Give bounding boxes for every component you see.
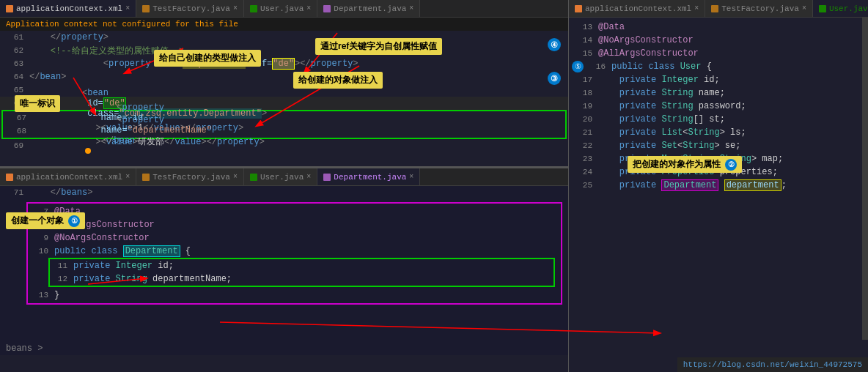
line-num: 68	[6, 127, 26, 135]
line-num: 61	[3, 33, 23, 42]
tab-label: TestFactory.java	[152, 173, 230, 182]
line-num: 19	[572, 102, 592, 111]
tab-xml-left[interactable]: applicationContext.xml ×	[0, 0, 136, 17]
line-num: 71	[3, 188, 23, 197]
website-url[interactable]: https://blog.csdn.net/weixin_44972575	[683, 360, 862, 369]
r-line-20: 20 private String[] st;	[569, 113, 868, 126]
line-num: 25	[572, 181, 592, 190]
tab-label: applicationContext.xml	[16, 4, 122, 13]
line-num: 67	[6, 114, 26, 122]
line-num: 20	[572, 115, 592, 124]
line-num: 65	[3, 86, 23, 94]
java-file-icon2	[250, 5, 257, 12]
r-line-14: 14 @NoArgsConstructor	[569, 34, 868, 47]
callout-as-property: 把创建的对象作为属性 ②	[628, 156, 742, 173]
close-icon[interactable]: ×	[306, 173, 311, 181]
xml-icon-b	[6, 174, 13, 181]
line-content: </property>	[29, 32, 108, 42]
line-num: 17	[572, 75, 592, 84]
left-bottom-panel: applicationContext.xml × TestFactory.jav…	[0, 168, 568, 355]
right-scrollbar[interactable]	[862, 18, 868, 340]
java-file-icon	[142, 5, 150, 12]
badge-1: ①	[68, 215, 80, 227]
line-num: 14	[572, 36, 592, 45]
dept-line-8: 8 @AllArgsConstructor	[31, 218, 558, 231]
dept-line-13: 13 }	[31, 289, 558, 302]
tab-dept-left[interactable]: Department.java ×	[317, 0, 420, 17]
line-num: 69	[3, 141, 23, 150]
close-icon[interactable]: ×	[233, 173, 238, 181]
tab-java2-left[interactable]: User.java ×	[244, 0, 317, 17]
r-line-16: ⑤ 16 public class User {	[569, 60, 868, 73]
line-num: 18	[572, 89, 592, 97]
tab-close-icon[interactable]: ×	[125, 4, 130, 12]
line-num: 16	[585, 62, 606, 71]
r-line-22: 22 private Set<String> se;	[569, 139, 868, 152]
tab-user-right[interactable]: User.java ×	[813, 0, 868, 17]
tab-close-icon[interactable]: ×	[233, 4, 238, 12]
line-num: 23	[572, 155, 592, 163]
user-icon-b	[250, 174, 257, 181]
tab-label: User.java	[260, 4, 304, 13]
tab-close-icon[interactable]: ×	[409, 4, 413, 12]
r-line-17: 17 private Integer id;	[569, 73, 868, 86]
callout-ref-assign: 通过ref关键字为自创属性赋值	[315, 38, 442, 55]
badge-2: ②	[725, 159, 737, 171]
tab-label: applicationContext.xml	[16, 173, 122, 182]
callout-inject-created: 给创建的对象做注入	[293, 72, 383, 89]
code-line-61: 61 </property>	[0, 31, 568, 44]
bottom-status-bar: https://blog.csdn.net/weixin_44972575	[677, 357, 868, 372]
left-panel: applicationContext.xml × TestFactory.jav…	[0, 0, 568, 372]
close-icon[interactable]: ×	[802, 4, 806, 12]
line-num: 12	[53, 275, 67, 283]
line-num: 62	[3, 46, 23, 55]
line-num: 64	[3, 72, 23, 81]
warning-bar: Application context not configured for t…	[0, 18, 568, 31]
tab-java1-right[interactable]: TestFactory.java ×	[705, 0, 813, 17]
left-tab-bar: applicationContext.xml × TestFactory.jav…	[0, 0, 568, 18]
tab-java1-left[interactable]: TestFactory.java ×	[136, 0, 244, 17]
close-icon[interactable]: ×	[694, 4, 699, 12]
tab-dept-bottom[interactable]: Department.java ×	[317, 168, 420, 185]
right-panel: applicationContext.xml × TestFactory.jav…	[568, 0, 868, 372]
tab-label: applicationContext.xml	[585, 4, 691, 13]
warning-text: Application context not configured for t…	[6, 20, 238, 29]
dept-line-7: 7 @Data	[31, 205, 558, 218]
tab-java2-bottom[interactable]: User.java ×	[244, 168, 317, 185]
line-content: </beans>	[29, 187, 92, 198]
tab-close-icon[interactable]: ×	[306, 4, 311, 12]
dept-code-green-box: 11 private Integer id; 12 private String…	[48, 258, 555, 287]
r-line-13: 13 @Data	[569, 21, 868, 34]
close-icon[interactable]: ×	[125, 173, 130, 181]
callout-text: 把创建的对象作为属性	[633, 159, 721, 169]
line-num: 22	[572, 141, 592, 150]
line-num: 24	[572, 168, 592, 176]
xml-file-icon	[6, 5, 13, 12]
right-code-area: 13 @Data 14 @NoArgsConstructor 15 @AllAr…	[569, 18, 868, 195]
dept-line-11: 11 private Integer id;	[50, 259, 553, 272]
tab-java1-bottom[interactable]: TestFactory.java ×	[136, 168, 244, 185]
tab-label: Department.java	[334, 4, 406, 13]
java-icon-r	[711, 5, 718, 12]
line-num: 15	[572, 49, 592, 58]
tab-xml-bottom[interactable]: applicationContext.xml ×	[0, 168, 136, 185]
callout-text: 创建一个对象	[11, 215, 64, 226]
line-num: 9	[34, 234, 48, 242]
dept-line-10: 10 public class Department {	[31, 245, 558, 258]
line-content: </bean>	[29, 125, 140, 166]
bottom-tab-bar: applicationContext.xml × TestFactory.jav…	[0, 168, 568, 186]
tab-label: TestFactory.java	[721, 4, 799, 13]
dept-icon-b	[323, 174, 331, 181]
dept-line-12: 12 private String departmentName;	[50, 272, 553, 286]
xml-icon-r	[575, 5, 582, 12]
r-line-19: 19 private String password;	[569, 100, 868, 113]
r-line-25: 25 private Department department;	[569, 179, 868, 192]
dept-line-9: 9 @NoArgsConstructor	[31, 231, 558, 245]
tab-xml-right[interactable]: applicationContext.xml ×	[569, 0, 705, 17]
line-num: 63	[3, 59, 23, 68]
right-tab-bar: applicationContext.xml × TestFactory.jav…	[569, 0, 868, 18]
tab-label: User.java	[260, 173, 304, 182]
close-icon[interactable]: ×	[409, 173, 413, 181]
line-num: 13	[34, 291, 48, 300]
r-line-15: 15 @AllArgsConstructor	[569, 47, 868, 60]
